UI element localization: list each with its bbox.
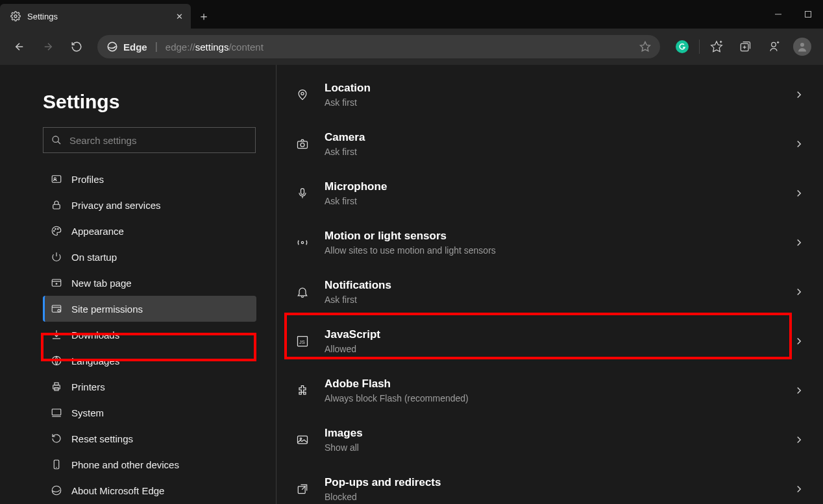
svg-point-0 <box>14 15 17 18</box>
svg-line-16 <box>58 141 60 144</box>
permission-camera[interactable]: CameraAsk first <box>288 119 811 169</box>
favorite-star-button[interactable] <box>639 41 651 53</box>
languages-icon <box>51 355 62 366</box>
permission-subtitle: Ask first <box>325 196 387 206</box>
permission-popups[interactable]: Pop-ups and redirectsBlocked <box>288 464 811 504</box>
svg-point-20 <box>54 230 55 232</box>
permission-flash[interactable]: Adobe FlashAlways block Flash (recommend… <box>288 366 811 415</box>
svg-rect-43 <box>301 189 304 195</box>
url-text: edge://settings/content <box>166 42 264 53</box>
close-tab-button[interactable]: ✕ <box>176 12 183 21</box>
svg-point-30 <box>58 309 60 312</box>
reading-list-button[interactable] <box>759 34 788 60</box>
chevron-right-icon <box>793 237 805 248</box>
svg-rect-17 <box>52 176 61 183</box>
sidebar-item-label: Phone and other devices <box>71 459 179 470</box>
permission-location[interactable]: LocationAsk first <box>288 70 811 119</box>
chevron-right-icon <box>793 483 805 495</box>
favorites-button[interactable] <box>702 34 731 60</box>
sensor-icon <box>295 236 310 249</box>
permission-title: Camera <box>325 131 365 144</box>
new-tab-page-icon <box>51 277 62 289</box>
svg-rect-48 <box>298 436 308 444</box>
search-settings-input[interactable] <box>69 135 247 146</box>
chevron-right-icon <box>793 286 805 298</box>
sidebar-item-languages[interactable]: Languages <box>43 348 256 374</box>
profile-card-icon <box>51 173 62 185</box>
sidebar-item-appearance[interactable]: Appearance <box>43 218 256 244</box>
permission-subtitle: Blocked <box>325 492 441 502</box>
permission-microphone[interactable]: MicrophoneAsk first <box>288 169 811 218</box>
permission-title: Location <box>325 82 371 95</box>
chevron-right-icon <box>793 138 805 150</box>
sidebar-item-downloads[interactable]: Downloads <box>43 322 256 348</box>
new-tab-button[interactable]: ＋ <box>191 4 217 29</box>
svg-text:JS: JS <box>299 339 305 345</box>
svg-rect-19 <box>53 204 60 209</box>
svg-point-11 <box>772 42 776 47</box>
sidebar-item-profiles[interactable]: Profiles <box>43 166 256 192</box>
sidebar-item-about[interactable]: About Microsoft Edge <box>43 477 256 503</box>
permission-subtitle: Ask first <box>325 147 365 157</box>
window-controls <box>763 0 823 29</box>
chevron-right-icon <box>793 385 805 396</box>
search-settings[interactable] <box>43 127 256 153</box>
sidebar-item-label: About Microsoft Edge <box>71 485 164 496</box>
sidebar-nav: Profiles Privacy and services Appearance… <box>43 166 256 503</box>
chevron-right-icon <box>793 335 805 347</box>
address-bar[interactable]: Edge | edge://settings/content <box>97 35 660 58</box>
permission-javascript[interactable]: JS JavaScriptAllowed <box>288 317 811 366</box>
sidebar-item-phone[interactable]: Phone and other devices <box>43 451 256 477</box>
sidebar-item-label: Downloads <box>71 330 119 341</box>
permission-title: Images <box>325 427 363 440</box>
svg-rect-28 <box>52 306 61 313</box>
sidebar-item-label: On startup <box>71 252 117 263</box>
sidebar-item-label: Printers <box>71 381 105 392</box>
permission-title: Motion or light sensors <box>325 230 496 243</box>
collections-button[interactable] <box>731 34 759 60</box>
sidebar-item-label: New tab page <box>71 278 132 289</box>
back-button[interactable] <box>6 34 32 60</box>
profile-button[interactable] <box>788 34 817 60</box>
permission-notifications[interactable]: NotificationsAsk first <box>288 267 811 317</box>
sidebar-item-startup[interactable]: On startup <box>43 244 256 270</box>
sidebar-item-system[interactable]: System <box>43 400 256 426</box>
permission-subtitle: Always block Flash (recommended) <box>325 393 469 403</box>
svg-rect-32 <box>53 385 60 389</box>
sidebar-item-label: Appearance <box>71 226 124 237</box>
svg-point-14 <box>800 43 804 47</box>
content-area: Settings Profiles Privacy and services A… <box>0 65 823 504</box>
refresh-button[interactable] <box>64 34 90 60</box>
browser-tab-settings[interactable]: Settings ✕ <box>0 4 191 29</box>
sidebar-item-site-permissions[interactable]: Site permissions <box>43 296 256 322</box>
toolbar: Edge | edge://settings/content <box>0 29 823 65</box>
grammarly-icon <box>676 40 689 53</box>
svg-point-42 <box>301 143 304 147</box>
reset-icon <box>51 433 62 444</box>
permission-title: Microphone <box>325 180 387 193</box>
permission-subtitle: Ask first <box>325 97 371 108</box>
avatar-icon <box>793 38 811 56</box>
popup-icon <box>295 483 310 496</box>
forward-button[interactable] <box>35 34 61 60</box>
site-identity-label: Edge <box>123 42 147 53</box>
svg-point-22 <box>58 228 59 230</box>
chevron-right-icon <box>793 434 805 446</box>
extension-grammarly-button[interactable] <box>668 34 696 60</box>
svg-point-21 <box>55 228 56 230</box>
sidebar-item-label: Languages <box>71 355 119 366</box>
permission-images[interactable]: ImagesShow all <box>288 415 811 464</box>
permission-title: JavaScript <box>325 328 380 341</box>
permission-subtitle: Allowed <box>325 344 380 354</box>
sidebar-item-newtab[interactable]: New tab page <box>43 270 256 296</box>
sidebar-item-reset[interactable]: Reset settings <box>43 426 256 451</box>
sidebar-item-privacy[interactable]: Privacy and services <box>43 192 256 218</box>
minimize-button[interactable] <box>763 0 793 29</box>
sidebar-item-printers[interactable]: Printers <box>43 374 256 400</box>
permission-motion-sensors[interactable]: Motion or light sensorsAllow sites to us… <box>288 218 811 267</box>
search-icon <box>51 135 62 145</box>
maximize-button[interactable] <box>793 0 823 29</box>
bell-icon <box>295 285 310 298</box>
svg-point-15 <box>53 136 58 142</box>
edge-logo-icon <box>51 485 62 496</box>
